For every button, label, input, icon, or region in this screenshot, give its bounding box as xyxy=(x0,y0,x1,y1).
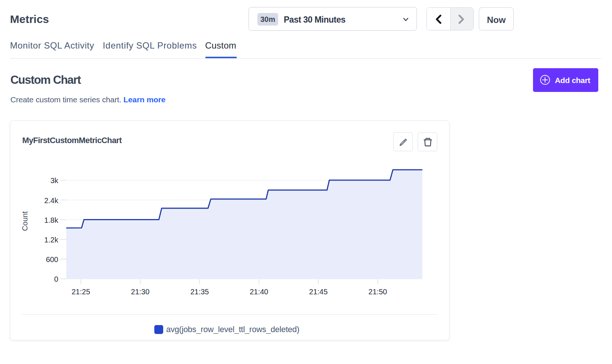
svg-text:21:35: 21:35 xyxy=(190,288,209,296)
svg-text:1.8k: 1.8k xyxy=(44,216,59,224)
svg-text:Count: Count xyxy=(21,211,29,231)
svg-text:21:30: 21:30 xyxy=(131,288,149,296)
svg-text:1.2k: 1.2k xyxy=(44,236,59,244)
svg-text:21:45: 21:45 xyxy=(309,288,328,296)
svg-text:0: 0 xyxy=(54,275,58,283)
svg-text:21:40: 21:40 xyxy=(250,288,268,296)
svg-text:3k: 3k xyxy=(50,176,59,185)
svg-text:600: 600 xyxy=(46,255,58,264)
svg-text:21:50: 21:50 xyxy=(368,288,387,296)
svg-text:2.4k: 2.4k xyxy=(44,196,59,205)
svg-text:21:25: 21:25 xyxy=(72,288,90,296)
